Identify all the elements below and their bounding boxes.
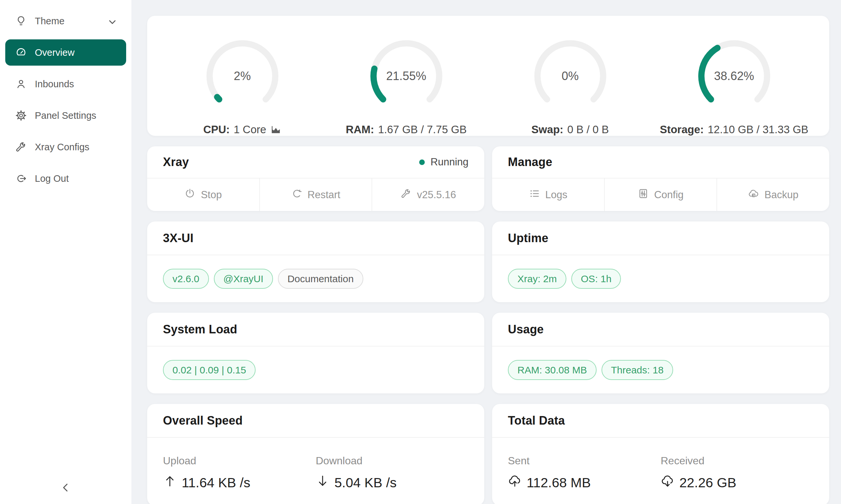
sidebar: Theme Overview Inbounds Panel Settings X… xyxy=(0,0,132,504)
main-content: 2% CPU:1 Core 21.55% RAM:1.67 GB / 7.75 … xyxy=(132,0,841,504)
chevron-down-icon xyxy=(106,16,116,26)
usage-card: Usage RAM: 30.08 MB Threads: 18 xyxy=(492,313,829,393)
wrench-icon xyxy=(400,188,412,202)
documentation-badge[interactable]: Documentation xyxy=(278,269,363,289)
received-stat: Received 22.26 GB xyxy=(660,455,813,504)
sidebar-item-label: Xray Configs xyxy=(35,142,89,152)
manage-card-title: Manage xyxy=(508,155,552,169)
logs-button[interactable]: Logs xyxy=(492,179,604,211)
received-label: Received xyxy=(660,455,813,467)
overall-speed-card: Overall Speed Upload 11.64 KB /s Downloa… xyxy=(147,404,484,504)
received-value: 22.26 GB xyxy=(660,474,813,491)
cloud-upload-icon xyxy=(508,474,522,491)
storage-gauge-percent: 38.62% xyxy=(695,37,774,115)
chevron-left-icon xyxy=(59,481,72,495)
sidebar-item-label: Inbounds xyxy=(35,79,74,90)
sidebar-collapse-button[interactable] xyxy=(0,479,132,498)
overall-speed-card-title: Overall Speed xyxy=(163,414,243,428)
load-average-badge: 0.02 | 0.09 | 0.15 xyxy=(163,360,256,380)
cloud-download-icon xyxy=(660,474,674,491)
xui-card: 3X-UI v2.6.0 @XrayUI Documentation xyxy=(147,221,484,302)
download-value: 5.04 KB /s xyxy=(316,474,468,491)
running-status-dot xyxy=(419,160,425,165)
sidebar-item-label: Theme xyxy=(35,16,64,26)
sent-stat: Sent 112.68 MB xyxy=(508,455,660,504)
user-icon xyxy=(15,78,27,90)
cpu-gauge: 2% CPU:1 Core xyxy=(160,37,324,136)
logout-icon xyxy=(15,173,27,184)
system-load-card: System Load 0.02 | 0.09 | 0.15 xyxy=(147,313,484,393)
storage-gauge-label: Storage:12.10 GB / 31.33 GB xyxy=(660,123,808,136)
cpu-gauge-label: CPU:1 Core xyxy=(203,123,281,136)
swap-gauge-label: Swap:0 B / 0 B xyxy=(532,123,609,136)
area-chart-icon[interactable] xyxy=(270,124,281,135)
storage-gauge: 38.62% Storage:12.10 GB / 31.33 GB xyxy=(652,37,816,136)
wrench-icon xyxy=(15,141,27,153)
sent-label: Sent xyxy=(508,455,660,467)
sidebar-item-panel-settings[interactable]: Panel Settings xyxy=(5,102,126,129)
ram-usage-badge: RAM: 30.08 MB xyxy=(508,360,597,380)
sidebar-item-overview[interactable]: Overview xyxy=(5,39,126,66)
uptime-card: Uptime Xray: 2m OS: 1h xyxy=(492,221,829,302)
xray-version-button[interactable]: v25.5.16 xyxy=(372,179,484,211)
xui-card-title: 3X-UI xyxy=(163,231,193,245)
ram-gauge-label: RAM:1.67 GB / 7.75 GB xyxy=(346,123,467,136)
reload-icon xyxy=(291,188,302,202)
xray-card-title: Xray xyxy=(163,155,189,169)
total-data-card: Total Data Sent 112.68 MB Received xyxy=(492,404,829,504)
download-label: Download xyxy=(316,455,468,467)
swap-gauge-percent: 0% xyxy=(531,37,610,115)
control-sliders-icon xyxy=(638,188,649,202)
restart-button[interactable]: Restart xyxy=(259,179,372,211)
xray-status: Running xyxy=(419,156,468,168)
swap-gauge: 0% Swap:0 B / 0 B xyxy=(488,37,652,136)
running-status-label: Running xyxy=(431,156,468,168)
gear-icon xyxy=(15,110,27,121)
version-badge[interactable]: v2.6.0 xyxy=(163,269,209,289)
arrow-down-icon xyxy=(316,474,329,491)
dashboard-gauge-icon xyxy=(15,47,27,58)
os-uptime-badge: OS: 1h xyxy=(571,269,621,289)
upload-stat: Upload 11.64 KB /s xyxy=(163,455,316,504)
xray-uptime-badge: Xray: 2m xyxy=(508,269,566,289)
config-button[interactable]: Config xyxy=(604,179,717,211)
ram-gauge: 21.55% RAM:1.67 GB / 7.75 GB xyxy=(324,37,488,136)
cpu-gauge-percent: 2% xyxy=(203,37,282,115)
lightbulb-icon xyxy=(15,15,27,27)
system-gauges-card: 2% CPU:1 Core 21.55% RAM:1.67 GB / 7.75 … xyxy=(147,16,829,136)
stop-button[interactable]: Stop xyxy=(147,179,259,211)
threads-badge: Threads: 18 xyxy=(601,360,673,380)
sidebar-item-theme[interactable]: Theme xyxy=(5,8,126,34)
power-icon xyxy=(184,188,195,202)
cloud-server-icon xyxy=(748,188,759,202)
total-data-card-title: Total Data xyxy=(508,414,565,428)
ram-gauge-percent: 21.55% xyxy=(367,37,446,115)
backup-button[interactable]: Backup xyxy=(717,179,829,211)
sidebar-item-label: Overview xyxy=(35,47,74,58)
list-icon xyxy=(529,188,540,202)
usage-card-title: Usage xyxy=(508,323,544,336)
arrow-up-icon xyxy=(163,474,177,491)
sent-value: 112.68 MB xyxy=(508,474,660,491)
sidebar-item-xray-configs[interactable]: Xray Configs xyxy=(5,134,126,160)
manage-card: Manage Logs Config xyxy=(492,146,829,211)
sidebar-item-label: Log Out xyxy=(35,173,69,184)
xray-card: Xray Running Stop Restart xyxy=(147,146,484,211)
sidebar-item-label: Panel Settings xyxy=(35,110,96,121)
upload-label: Upload xyxy=(163,455,316,467)
system-load-card-title: System Load xyxy=(163,323,237,336)
upload-value: 11.64 KB /s xyxy=(163,474,316,491)
uptime-card-title: Uptime xyxy=(508,231,548,245)
sidebar-item-log-out[interactable]: Log Out xyxy=(5,165,126,192)
download-stat: Download 5.04 KB /s xyxy=(316,455,468,504)
xrayui-badge[interactable]: @XrayUI xyxy=(214,269,273,289)
sidebar-item-inbounds[interactable]: Inbounds xyxy=(5,71,126,97)
